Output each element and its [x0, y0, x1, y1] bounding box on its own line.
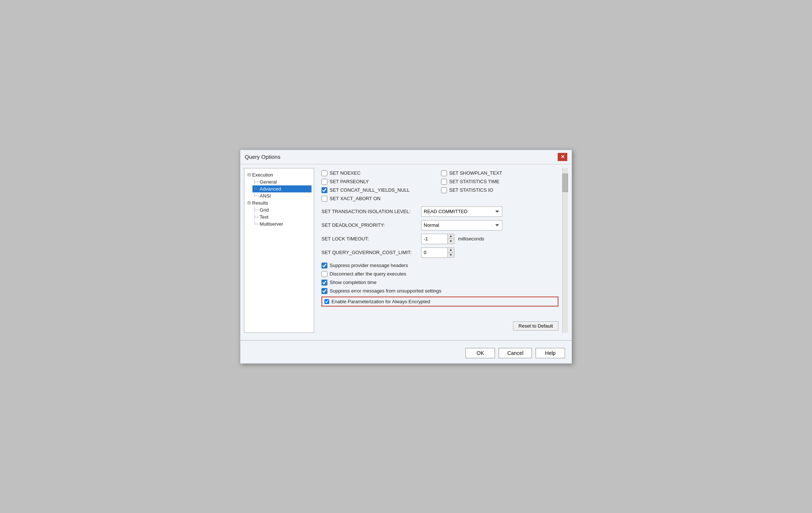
tree-item-label: ANSI [260, 193, 271, 199]
field-label-lock_timeout: SET LOCK TIMEOUT: [321, 236, 417, 242]
checkbox-label-suppress_headers: Suppress provider message headers [330, 263, 408, 268]
content-scroll[interactable]: SET NOEXECSET SHOWPLAN_TEXTSET PARSEONLY… [318, 168, 562, 318]
tree-item-execution[interactable]: ⊟ Execution [247, 171, 312, 178]
checkbox-input-set_showplan_text[interactable] [441, 170, 447, 176]
highlighted-checkbox-row: Enable Parameterization for Always Encry… [321, 297, 558, 307]
checkbox-label-set_parseonly: SET PARSEONLY [330, 179, 369, 184]
tree-item-ansi[interactable]: └─ ANSI [252, 192, 312, 199]
help-button[interactable]: Help [536, 348, 565, 358]
checkbox-input-set_statistics_time[interactable] [441, 179, 447, 185]
dialog-body: ⊟ Execution├─ General└─ Advanced└─ ANSI⊟… [240, 164, 572, 336]
spinbox-input-lock_timeout[interactable] [422, 234, 447, 244]
tree-item-results[interactable]: ⊟ Results [247, 199, 312, 206]
checkbox-set_statistics_io[interactable]: SET STATISTICS IO [441, 187, 558, 193]
tree-item-general[interactable]: ├─ General [252, 178, 312, 185]
dialog-title: Query Options [245, 154, 281, 160]
spinbox-input-query_governor[interactable] [422, 248, 447, 257]
query-options-dialog: Query Options ✕ ⊟ Execution├─ General└─ … [240, 150, 572, 364]
checkbox-input-show_completion[interactable] [321, 280, 327, 285]
tree-connector: ├─ [253, 215, 259, 219]
tree-panel: ⊟ Execution├─ General└─ Advanced└─ ANSI⊟… [244, 168, 314, 333]
checkbox-row: SET NOEXECSET SHOWPLAN_TEXT [321, 170, 558, 176]
checkbox-input-suppress_headers[interactable] [321, 263, 327, 269]
checkbox-label-set_concat_null: SET CONCAT_NULL_YIELDS_NULL [330, 187, 410, 193]
tree-item-grid[interactable]: ├─ Grid [252, 206, 312, 213]
checkbox-suppress_errors[interactable]: Suppress error messages from unsupported… [321, 288, 441, 294]
field-row-lock_timeout: SET LOCK TIMEOUT:▲▼milliseconds [321, 234, 558, 244]
checkbox-row: SET PARSEONLYSET STATISTICS TIME [321, 179, 558, 185]
spinbox-query_governor: ▲▼ [421, 247, 454, 258]
checkbox-row: SET CONCAT_NULL_YIELDS_NULLSET STATISTIC… [321, 187, 558, 193]
checkbox-label-set_statistics_time: SET STATISTICS TIME [449, 179, 499, 184]
checkbox-input-set_parseonly[interactable] [321, 179, 327, 185]
tree-connector: └─ [253, 222, 259, 226]
checkbox-label-disconnect_after: Disconnect after the query executes [330, 271, 406, 277]
checkbox-input-disconnect_after[interactable] [321, 271, 327, 277]
tree-expand-icon: ⊟ [247, 200, 251, 205]
checkbox-show_completion[interactable]: Show completion time [321, 280, 376, 285]
checkbox-disconnect_after[interactable]: Disconnect after the query executes [321, 271, 406, 277]
checkbox-label-set_showplan_text: SET SHOWPLAN_TEXT [449, 170, 502, 176]
checkbox-label-set_noexec: SET NOEXEC [330, 170, 361, 176]
spinbox-up-lock_timeout[interactable]: ▲ [448, 234, 454, 239]
tree-item-label: General [260, 179, 277, 185]
spinbox-down-query_governor[interactable]: ▼ [448, 253, 454, 257]
field-label-transaction_isolation: SET TRANSACTION ISOLATION LEVEL: [321, 209, 417, 214]
tree-connector: └─ [253, 194, 259, 198]
tree-item-label: Multiserver [260, 221, 283, 227]
checkbox-label-enable_param: Enable Parameterization for Always Encry… [331, 299, 430, 304]
checkbox-row-suppress_headers: Suppress provider message headers [321, 263, 558, 269]
checkbox-input-set_xact_abort[interactable] [321, 196, 327, 202]
tree-item-label: Text [260, 214, 269, 220]
checkbox-set_xact_abort[interactable]: SET XACT_ABORT ON [321, 196, 381, 202]
tree-item-text[interactable]: ├─ Text [252, 213, 312, 220]
tree-item-advanced[interactable]: └─ Advanced [252, 185, 312, 192]
tree-item-multiserver[interactable]: └─ Multiserver [252, 220, 312, 228]
tree-connector: └─ [253, 187, 259, 191]
tree-item-label: Advanced [260, 186, 281, 192]
tree-connector: ├─ [253, 208, 259, 212]
spinbox-up-query_governor[interactable]: ▲ [448, 248, 454, 253]
field-row-deadlock_priority: SET DEADLOCK_PRIORITY:LowNormalHigh-10-9… [321, 220, 558, 230]
field-row-query_governor: SET QUERY_GOVERNOR_COST_LIMIT:▲▼ [321, 247, 558, 258]
title-bar: Query Options ✕ [240, 150, 572, 164]
scrollbar[interactable] [562, 168, 568, 333]
ok-button[interactable]: OK [465, 348, 495, 358]
checkbox-input-enable_param[interactable] [324, 299, 329, 304]
tree-connector: ├─ [253, 179, 259, 184]
resize-grip[interactable]: ⋱ [805, 506, 811, 512]
spinbox-down-lock_timeout[interactable]: ▼ [448, 239, 454, 244]
tree-expand-icon: ⊟ [247, 172, 251, 177]
checkbox-input-set_noexec[interactable] [321, 170, 327, 176]
tree-item-label: Results [252, 200, 268, 206]
checkbox-label-show_completion: Show completion time [330, 280, 376, 285]
checkbox-set_concat_null[interactable]: SET CONCAT_NULL_YIELDS_NULL [321, 187, 439, 193]
checkbox-label-suppress_errors: Suppress error messages from unsupported… [330, 288, 441, 294]
checkbox-set_parseonly[interactable]: SET PARSEONLY [321, 179, 439, 185]
field-label-deadlock_priority: SET DEADLOCK_PRIORITY: [321, 222, 417, 228]
checkbox-input-suppress_errors[interactable] [321, 288, 327, 294]
checkbox-row-show_completion: Show completion time [321, 280, 558, 285]
close-button[interactable]: ✕ [558, 153, 567, 161]
select-deadlock_priority[interactable]: LowNormalHigh-10-9-8-7-6-5 [421, 220, 502, 230]
checkbox-input-set_concat_null[interactable] [321, 187, 327, 193]
field-label-query_governor: SET QUERY_GOVERNOR_COST_LIMIT: [321, 250, 417, 255]
checkbox-set_showplan_text[interactable]: SET SHOWPLAN_TEXT [441, 170, 558, 176]
checkbox-label-set_statistics_io: SET STATISTICS IO [449, 187, 493, 193]
checkbox-input-set_statistics_io[interactable] [441, 187, 447, 193]
checkbox-row-single: SET XACT_ABORT ON [321, 196, 558, 202]
tree-item-label: Grid [260, 207, 269, 213]
checkbox-row-suppress_errors: Suppress error messages from unsupported… [321, 288, 558, 294]
checkbox-set_statistics_time[interactable]: SET STATISTICS TIME [441, 179, 558, 185]
dialog-footer: OK Cancel Help [240, 344, 572, 363]
tree-item-label: Execution [252, 172, 273, 178]
cancel-button[interactable]: Cancel [499, 348, 532, 358]
checkbox-suppress_headers[interactable]: Suppress provider message headers [321, 263, 408, 269]
separator [240, 340, 572, 341]
content-area: SET NOEXECSET SHOWPLAN_TEXTSET PARSEONLY… [318, 168, 568, 333]
scrollbar-thumb[interactable] [562, 174, 568, 192]
reset-to-default-button[interactable]: Reset to Default [513, 321, 558, 331]
select-transaction_isolation[interactable]: READ UNCOMMITTEDREAD COMMITTEDREPEATABLE… [421, 206, 502, 217]
spinbox-suffix-lock_timeout: milliseconds [458, 236, 484, 242]
checkbox-set_noexec[interactable]: SET NOEXEC [321, 170, 439, 176]
